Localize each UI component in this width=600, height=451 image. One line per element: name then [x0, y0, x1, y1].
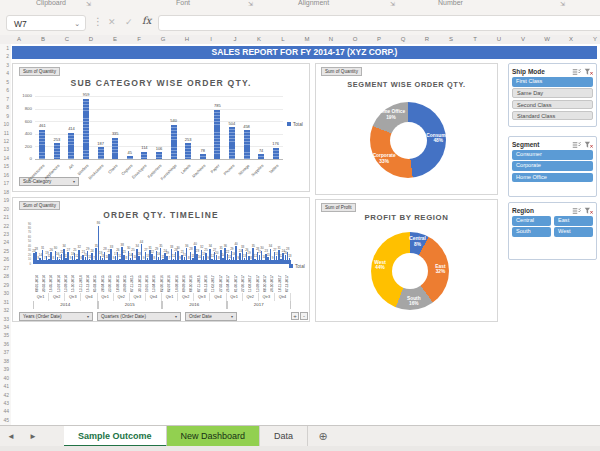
bar-Appliances[interactable] [54, 143, 60, 159]
row-header-34[interactable]: 34 [0, 323, 11, 331]
clear-filter-icon[interactable] [584, 135, 593, 153]
slicer-item-east[interactable]: East [554, 216, 593, 226]
row-header-11[interactable]: 11 [0, 129, 11, 137]
row-header-25[interactable]: 25 [0, 247, 11, 255]
row-header-33[interactable]: 33 [0, 315, 11, 323]
column-header-W[interactable]: W [539, 36, 555, 42]
row-header-45[interactable]: 45 [0, 416, 11, 424]
formula-input[interactable] [158, 15, 600, 31]
bar-Supplies[interactable] [258, 154, 264, 159]
row-header-2[interactable]: 2 [0, 52, 11, 60]
bar-Chairs[interactable] [112, 138, 118, 159]
row-header-43[interactable]: 43 [0, 399, 11, 407]
row-header-32[interactable]: 32 [0, 306, 11, 314]
bar-Storage[interactable] [244, 130, 250, 159]
clear-filter-icon[interactable] [584, 62, 593, 80]
row-header-16[interactable]: 16 [0, 171, 11, 179]
column-header-U[interactable]: U [491, 36, 507, 42]
column-header-Y[interactable]: Y [587, 36, 600, 42]
row-header-40[interactable]: 40 [0, 374, 11, 382]
slicer-item-west[interactable]: West [554, 227, 593, 237]
pivot-value-button[interactable]: Sum of Profit [321, 203, 356, 212]
row-header-12[interactable]: 12 [0, 137, 11, 145]
pivot-value-button[interactable]: Sum of Quantity [19, 201, 60, 210]
row-header-23[interactable]: 23 [0, 230, 11, 238]
row-header-24[interactable]: 24 [0, 238, 11, 246]
row-header-19[interactable]: 19 [0, 196, 11, 204]
column-header-I[interactable]: I [203, 36, 219, 42]
row-header-31[interactable]: 31 [0, 298, 11, 306]
field-button-3[interactable]: Order Date▾ [185, 312, 237, 321]
column-header-M[interactable]: M [299, 36, 315, 42]
field-button-2[interactable]: Quarters (Order Date)▾ [97, 312, 181, 321]
column-header-N[interactable]: N [323, 36, 339, 42]
collapse-button[interactable]: - [300, 312, 308, 320]
tab-data[interactable]: Data [260, 426, 308, 447]
row-header-1[interactable]: 1 [0, 44, 11, 52]
column-header-A[interactable]: A [11, 36, 27, 42]
field-button-1[interactable]: Years (Order Date)▾ [19, 312, 93, 321]
row-header-14[interactable]: 14 [0, 154, 11, 162]
column-header-O[interactable]: O [347, 36, 363, 42]
enter-icon[interactable]: ✓ [125, 17, 133, 27]
column-header-B[interactable]: B [35, 36, 51, 42]
row-header-41[interactable]: 41 [0, 382, 11, 390]
row-header-42[interactable]: 42 [0, 391, 11, 399]
bar-Copiers[interactable] [127, 156, 133, 159]
region-chart-card[interactable]: Sum of Profit PROFIT BY REGION Central8%… [315, 199, 498, 322]
column-header-P[interactable]: P [371, 36, 387, 42]
row-header-8[interactable]: 8 [0, 103, 11, 111]
row-header-7[interactable]: 7 [0, 95, 11, 103]
chevron-down-icon[interactable]: ⌄ [74, 16, 80, 32]
column-header-C[interactable]: C [59, 36, 75, 42]
pivot-value-button[interactable]: Sum of Quantity [19, 67, 60, 76]
row-header-39[interactable]: 39 [0, 365, 11, 373]
subcategory-chart-card[interactable]: Sum of Quantity SUB CATEGORY WISE ORDER … [12, 63, 310, 192]
dialog-launcher-icon[interactable]: ⇲ [560, 0, 565, 7]
name-box[interactable]: W7 ⌄ [6, 15, 86, 31]
multi-select-icon[interactable] [572, 62, 581, 80]
row-header-18[interactable]: 18 [0, 188, 11, 196]
column-header-D[interactable]: D [83, 36, 99, 42]
row-header-27[interactable]: 27 [0, 264, 11, 272]
segment-chart-card[interactable]: Sum of Quantity SEGMENT WISE ORDER QTY. … [315, 63, 498, 195]
row-header-17[interactable]: 17 [0, 179, 11, 187]
sheet-nav-left-icon[interactable]: ◄ [0, 426, 22, 447]
row-header-4[interactable]: 4 [0, 69, 11, 77]
slicer-item-standard-class[interactable]: Standard Class [512, 111, 593, 121]
slicer-item-second-class[interactable]: Second Class [512, 100, 593, 110]
row-header-20[interactable]: 20 [0, 205, 11, 213]
row-header-5[interactable]: 5 [0, 78, 11, 86]
bar-Binders[interactable] [83, 99, 89, 159]
row-header-36[interactable]: 36 [0, 340, 11, 348]
row-header-35[interactable]: 35 [0, 331, 11, 339]
row-header-38[interactable]: 38 [0, 357, 11, 365]
slicer-item-same-day[interactable]: Same Day [512, 88, 593, 98]
tab-sample-outcome[interactable]: Sample Outcome [64, 426, 167, 447]
sheet-area[interactable]: SALES REPORT FOR FY 2014-17 (XYZ CORP.) … [11, 44, 600, 425]
bar-Tables[interactable] [273, 148, 279, 159]
bar-Machines[interactable] [200, 154, 206, 159]
column-header-H[interactable]: H [179, 36, 195, 42]
column-header-J[interactable]: J [227, 36, 243, 42]
column-header-S[interactable]: S [443, 36, 459, 42]
bar-Bookcases[interactable] [98, 147, 104, 159]
column-header-G[interactable]: G [155, 36, 171, 42]
new-sheet-icon[interactable]: ⊕ [308, 426, 338, 447]
row-header-37[interactable]: 37 [0, 348, 11, 356]
cancel-icon[interactable]: ✕ [108, 17, 116, 27]
slicer-item-south[interactable]: South [512, 227, 551, 237]
row-header-13[interactable]: 13 [0, 145, 11, 153]
insert-function-icon[interactable]: fx [142, 15, 151, 26]
column-header-X[interactable]: X [563, 36, 579, 42]
row-header-9[interactable]: 9 [0, 112, 11, 120]
bar-Fasteners[interactable] [156, 152, 162, 159]
slicer-ship-mode[interactable]: Ship ModeFirst ClassSame DaySecond Class… [508, 63, 597, 127]
column-header-R[interactable]: R [419, 36, 435, 42]
slicer-item-central[interactable]: Central [512, 216, 551, 226]
row-header-44[interactable]: 44 [0, 407, 11, 415]
bar-Envelopes[interactable] [141, 152, 147, 159]
bar-Labels[interactable] [185, 143, 191, 159]
formula-bar-handle-icon[interactable]: ⋮ [93, 16, 103, 27]
slicer-region[interactable]: RegionCentralEastSouthWest [508, 202, 597, 260]
